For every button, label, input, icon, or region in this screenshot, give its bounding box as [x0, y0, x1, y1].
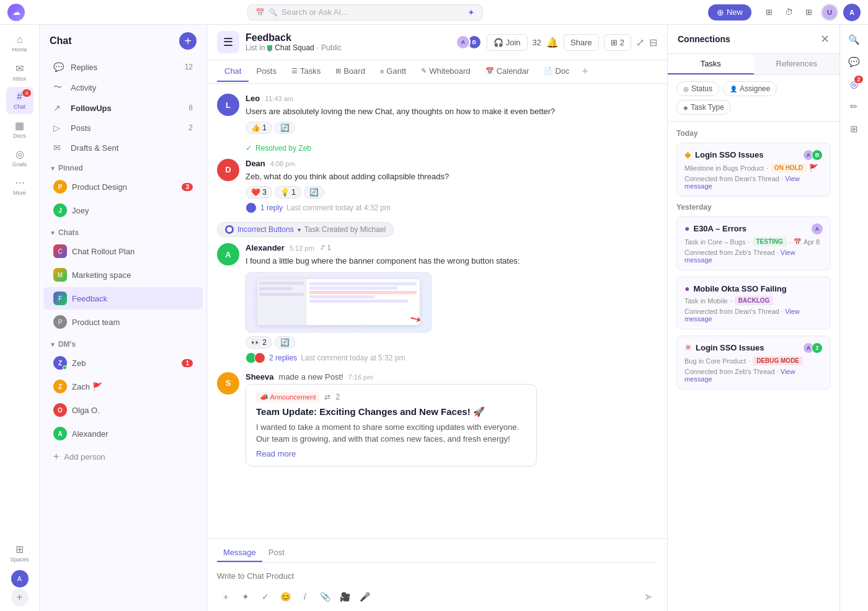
input-tab-post[interactable]: Post [262, 544, 291, 562]
app-logo[interactable]: ☁ [7, 4, 25, 21]
send-button[interactable]: ➤ [639, 587, 657, 606]
sidebar-item-product-design[interactable]: P Product Design 3 [43, 176, 203, 198]
dms-section-header[interactable]: ▼ DM's [40, 334, 206, 351]
reaction-eyes[interactable]: 👀 2 [246, 336, 272, 349]
sidebar-item-zach[interactable]: Z Zach 🚩 [43, 375, 203, 398]
filter-task-type[interactable]: ◈ Task Type [676, 100, 731, 115]
reaction-cycle2[interactable]: 🔄 [275, 336, 295, 349]
right-bar-search[interactable]: 🔍 [844, 30, 864, 50]
search-bar[interactable]: 📅 🔍 Search or Ask AI... ✦ [247, 4, 483, 20]
connections-close-icon[interactable]: ✕ [820, 32, 830, 46]
replies-icon: 💬 [53, 62, 66, 72]
right-bar-pen[interactable]: ✏ [844, 97, 864, 117]
sidebar-item-chat[interactable]: # Chat 4 [6, 87, 33, 114]
emoji-check-icon[interactable]: ✓ [257, 588, 274, 605]
sidebar-item-posts[interactable]: ▷ Posts 2 [43, 118, 203, 137]
chat-add-button[interactable]: + [179, 32, 197, 50]
right-bar-chat[interactable]: 💬 [844, 52, 864, 72]
slash-icon[interactable]: / [296, 588, 314, 605]
tab-tasks[interactable]: ☰ Tasks [284, 61, 328, 82]
expand-icon[interactable]: ⤢ [636, 37, 644, 48]
mention-icon[interactable]: ✦ [237, 588, 254, 605]
add-person-button[interactable]: + Add person [43, 447, 203, 466]
tab-board[interactable]: ⊞ Board [328, 61, 373, 82]
user-avatar-small[interactable]: U [821, 4, 838, 21]
sync-count: 2 [335, 393, 340, 401]
message-content: Leo 11:43 am Users are absolutely loving… [246, 94, 657, 134]
apps-icon[interactable]: ⊞ [801, 5, 816, 20]
sidebar-item-drafts[interactable]: ✉ Drafts & Sent [43, 138, 203, 157]
message-input[interactable] [217, 566, 657, 585]
reaction-cycle[interactable]: 🔄 [304, 186, 324, 198]
layout-icon[interactable]: ⊟ [649, 37, 657, 48]
input-tab-message[interactable]: Message [217, 544, 262, 562]
home-icon: ⌂ [17, 34, 23, 45]
followups-badge: 8 [188, 104, 193, 112]
filter-status[interactable]: ◎ Status [676, 81, 719, 96]
sidebar-item-home[interactable]: ⌂ Home [6, 30, 33, 57]
reply-count: 1 reply [260, 203, 283, 212]
tab-whiteboard[interactable]: ✎ Whiteboard [414, 61, 477, 82]
assignee-filter-label: Assignee [740, 84, 770, 93]
right-bar-activity[interactable]: ◎ 2 [844, 74, 864, 94]
dms-chevron: ▼ [50, 341, 56, 348]
sidebar-item-zeb[interactable]: Z Zeb 1 [43, 352, 203, 374]
new-button[interactable]: ⊕ New [708, 4, 751, 20]
reaction-add[interactable]: 🔄 [275, 122, 295, 134]
reaction-bulb[interactable]: 💡 1 [275, 186, 301, 198]
sidebar-item-more[interactable]: ⋯ More [6, 172, 33, 200]
more-icon: ⋯ [15, 177, 25, 189]
task-chip[interactable]: Incorrect Buttons ▾ Task Created by Mich… [217, 222, 394, 237]
timer-icon[interactable]: ⏱ [781, 5, 796, 20]
add-member-button[interactable]: + [11, 589, 29, 606]
user-profile-button[interactable]: A [11, 570, 29, 587]
sidebar-item-feedback[interactable]: F Feedback [43, 287, 203, 310]
chats-section-header[interactable]: ▼ Chats [40, 222, 206, 239]
sidebar-item-marketing[interactable]: M Marketing space [43, 264, 203, 286]
message-replies[interactable]: 1 reply Last comment today at 4:32 pm [246, 202, 657, 213]
tab-gantt[interactable]: ≡ Gantt [373, 61, 414, 82]
reaction-heart[interactable]: ❤️ 3 [246, 186, 272, 198]
sidebar-item-alexander[interactable]: A Alexander [43, 422, 203, 445]
connections-button[interactable]: ⊞ 2 [604, 34, 631, 51]
user-avatar-main[interactable]: A [843, 4, 861, 21]
filter-assignee[interactable]: 👤 Assignee [723, 81, 777, 96]
grid-icon[interactable]: ⊞ [761, 5, 776, 20]
sidebar-item-replies[interactable]: 💬 Replies 12 [43, 58, 203, 76]
join-button[interactable]: 🎧 Join [487, 34, 528, 51]
sidebar-item-olga[interactable]: O Olga O. [43, 399, 203, 421]
sidebar-item-inbox[interactable]: ✉ Inbox [6, 58, 33, 86]
bell-icon[interactable]: 🔔 [546, 37, 559, 48]
tab-chat[interactable]: Chat [217, 61, 249, 82]
chat-title: Feedback [246, 32, 450, 43]
right-bar-color-grid[interactable]: ⊞ [844, 119, 864, 139]
sidebar-item-spaces[interactable]: ⊞ Spaces [6, 539, 33, 566]
emoji-icon[interactable]: 😊 [277, 588, 294, 605]
conn-tab-tasks[interactable]: Tasks [668, 54, 754, 74]
share-button[interactable]: Share [564, 34, 599, 51]
sidebar-item-product-team[interactable]: P Product team [43, 311, 203, 333]
tab-calendar[interactable]: 📅 Calendar [478, 61, 537, 82]
tab-add-button[interactable]: + [577, 60, 594, 83]
read-more-link[interactable]: Read more [256, 449, 526, 458]
sidebar-item-chat-rollout[interactable]: C Chat Rollout Plan [43, 240, 203, 262]
mic-icon[interactable]: 🎤 [356, 588, 373, 605]
sidebar-item-goals[interactable]: ◎ Goals [6, 144, 33, 171]
reaction-thumbs[interactable]: 👍 1 [246, 122, 272, 134]
message-input-area: Message Post + ✦ ✓ 😊 / 📎 🎥 🎤 ➤ [207, 538, 667, 611]
sidebar-item-activity[interactable]: 〜 Activity [43, 78, 203, 97]
video-icon[interactable]: 🎥 [336, 588, 353, 605]
sidebar-item-docs[interactable]: ▦ Docs [6, 115, 33, 143]
sidebar-item-followups[interactable]: ↗ FollowUps 8 [43, 99, 203, 117]
tab-doc[interactable]: 📄 Doc [536, 61, 577, 82]
pinned-section-header[interactable]: ▼ Pinned [40, 158, 206, 175]
sidebar-item-joey[interactable]: J Joey [43, 199, 203, 221]
tab-posts[interactable]: Posts [249, 61, 284, 82]
message-replies-2[interactable]: 2 replies Last comment today at 5:32 pm [246, 352, 657, 363]
conn-tab-references[interactable]: References [754, 54, 840, 74]
chats-label: Chats [58, 228, 79, 237]
attach-icon[interactable]: + [217, 588, 234, 605]
paperclip-icon[interactable]: 📎 [316, 588, 334, 605]
task-chip-chevron: ▾ [298, 226, 301, 233]
product-design-badge: 3 [182, 183, 193, 191]
